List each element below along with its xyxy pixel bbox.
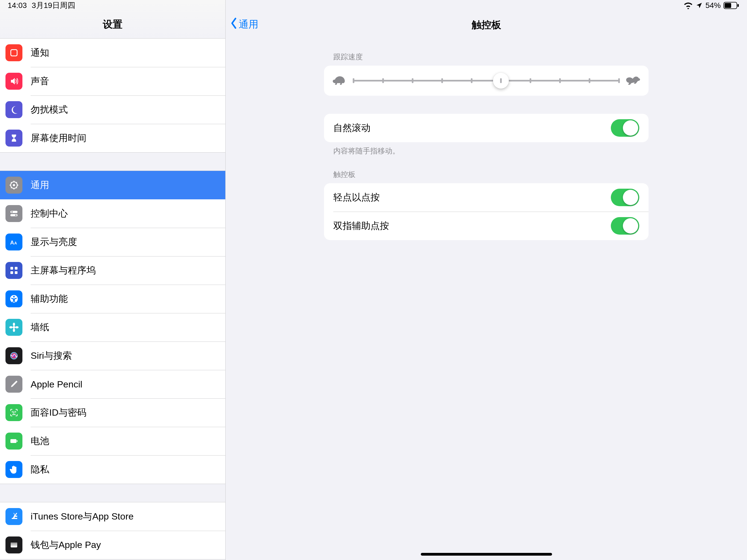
sidebar-item-itunes[interactable]: iTunes Store与App Store bbox=[0, 502, 225, 531]
switch-tap-to-click[interactable] bbox=[611, 189, 639, 206]
sidebar-item-label: 电池 bbox=[31, 435, 49, 447]
sidebar-item-label: 声音 bbox=[31, 75, 49, 87]
svg-rect-1 bbox=[725, 3, 731, 8]
sidebar-item-battery[interactable]: 电池 bbox=[0, 427, 225, 455]
sidebar-item-homescreen[interactable]: 主屏幕与程序坞 bbox=[0, 256, 225, 285]
row-label: 双指辅助点按 bbox=[333, 220, 389, 232]
hare-icon bbox=[626, 75, 640, 86]
sidebar-item-wallet[interactable]: 钱包与Apple Pay bbox=[0, 531, 225, 559]
bell-square-icon bbox=[5, 44, 22, 61]
battery-percentage: 54% bbox=[705, 1, 721, 10]
sidebar-item-label: 控制中心 bbox=[31, 207, 68, 220]
tracking-speed-header: 跟踪速度 bbox=[333, 52, 649, 62]
sidebar-item-general[interactable]: 通用 bbox=[0, 171, 225, 199]
sidebar-item-controlcenter[interactable]: 控制中心 bbox=[0, 199, 225, 228]
pencil-icon bbox=[5, 376, 22, 393]
sidebar-item-label: 通用 bbox=[31, 179, 49, 192]
tracking-speed-slider[interactable] bbox=[354, 73, 619, 89]
svg-rect-2 bbox=[738, 4, 739, 7]
row-two-finger-sec[interactable]: 双指辅助点按 bbox=[324, 212, 649, 240]
natural-scroll-row[interactable]: 自然滚动 bbox=[324, 114, 649, 142]
trackpad-section-header: 触控板 bbox=[333, 170, 649, 179]
sidebar-item-faceid[interactable]: 面容ID与密码 bbox=[0, 399, 225, 427]
natural-scroll-card: 自然滚动 bbox=[324, 114, 649, 142]
sidebar-item-label: 钱包与Apple Pay bbox=[31, 539, 101, 551]
sidebar-item-label: 屏幕使用时间 bbox=[31, 132, 86, 144]
hand-icon bbox=[5, 461, 22, 478]
tortoise-icon bbox=[332, 75, 347, 86]
battery-icon bbox=[723, 2, 739, 9]
sidebar-title: 设置 bbox=[103, 18, 123, 31]
sidebar-item-label: 隐私 bbox=[31, 463, 49, 476]
sidebar-item-label: 面容ID与密码 bbox=[31, 406, 86, 419]
status-bar: 14:03 3月19日周四 54% bbox=[0, 0, 747, 11]
detail-pane: 通用 触控板 跟踪速度 bbox=[226, 0, 747, 560]
sidebar-item-label: Apple Pencil bbox=[31, 379, 82, 390]
sidebar-item-pencil[interactable]: Apple Pencil bbox=[0, 370, 225, 399]
moon-icon bbox=[5, 101, 22, 118]
natural-scroll-switch[interactable] bbox=[611, 119, 639, 137]
sidebar-item-wallpaper[interactable]: 墙纸 bbox=[0, 313, 225, 341]
sidebar-item-display[interactable]: 显示与亮度 bbox=[0, 228, 225, 256]
wifi-icon bbox=[684, 2, 693, 9]
sidebar-item-label: 通知 bbox=[31, 47, 49, 59]
natural-scroll-label: 自然滚动 bbox=[333, 122, 370, 134]
detail-title: 触控板 bbox=[226, 18, 747, 32]
back-button[interactable]: 通用 bbox=[230, 17, 258, 32]
accessibility-icon bbox=[5, 290, 22, 307]
row-tap-to-click[interactable]: 轻点以点按 bbox=[324, 183, 649, 212]
status-date: 3月19日周四 bbox=[32, 0, 75, 11]
sidebar-item-siri[interactable]: Siri与搜索 bbox=[0, 341, 225, 370]
flower-icon bbox=[5, 319, 22, 336]
row-label: 轻点以点按 bbox=[333, 191, 380, 204]
hourglass-icon bbox=[5, 130, 22, 147]
grid-icon bbox=[5, 262, 22, 279]
natural-scroll-footer: 内容将随手指移动。 bbox=[333, 146, 649, 156]
back-label: 通用 bbox=[239, 18, 258, 31]
sidebar-item-notifications[interactable]: 通知 bbox=[0, 39, 225, 67]
text-size-icon bbox=[5, 233, 22, 251]
trackpad-card: 轻点以点按双指辅助点按 bbox=[324, 183, 649, 240]
settings-sidebar: 设置 通知声音勿扰模式屏幕使用时间通用控制中心显示与亮度主屏幕与程序坞辅助功能墙… bbox=[0, 0, 226, 560]
sidebar-item-label: 辅助功能 bbox=[31, 292, 68, 305]
faceid-icon bbox=[5, 404, 22, 421]
wallet-icon bbox=[5, 536, 22, 554]
sidebar-item-label: 勿扰模式 bbox=[31, 103, 68, 116]
sidebar-item-dnd[interactable]: 勿扰模式 bbox=[0, 96, 225, 124]
sidebar-item-label: 墙纸 bbox=[31, 321, 49, 334]
siri-icon bbox=[5, 347, 22, 364]
home-indicator bbox=[421, 553, 552, 556]
tracking-speed-card bbox=[324, 66, 649, 96]
sidebar-item-privacy[interactable]: 隐私 bbox=[0, 455, 225, 484]
sidebar-item-screentime[interactable]: 屏幕使用时间 bbox=[0, 124, 225, 152]
status-time: 14:03 bbox=[8, 1, 27, 10]
switch-two-finger-sec[interactable] bbox=[611, 217, 639, 235]
speaker-icon bbox=[5, 73, 22, 90]
sidebar-item-label: 主屏幕与程序坞 bbox=[31, 264, 96, 277]
gear-icon bbox=[5, 177, 22, 194]
sidebar-item-label: Siri与搜索 bbox=[31, 350, 72, 362]
chevron-left-icon bbox=[230, 17, 238, 32]
switches-icon bbox=[5, 205, 22, 222]
sidebar-item-accessibility[interactable]: 辅助功能 bbox=[0, 285, 225, 313]
appstore-icon bbox=[5, 508, 22, 525]
battery-icon bbox=[5, 433, 22, 450]
sidebar-item-sounds[interactable]: 声音 bbox=[0, 67, 225, 96]
sidebar-item-label: 显示与亮度 bbox=[31, 236, 77, 248]
location-icon bbox=[696, 2, 703, 9]
sidebar-item-label: iTunes Store与App Store bbox=[31, 510, 134, 523]
